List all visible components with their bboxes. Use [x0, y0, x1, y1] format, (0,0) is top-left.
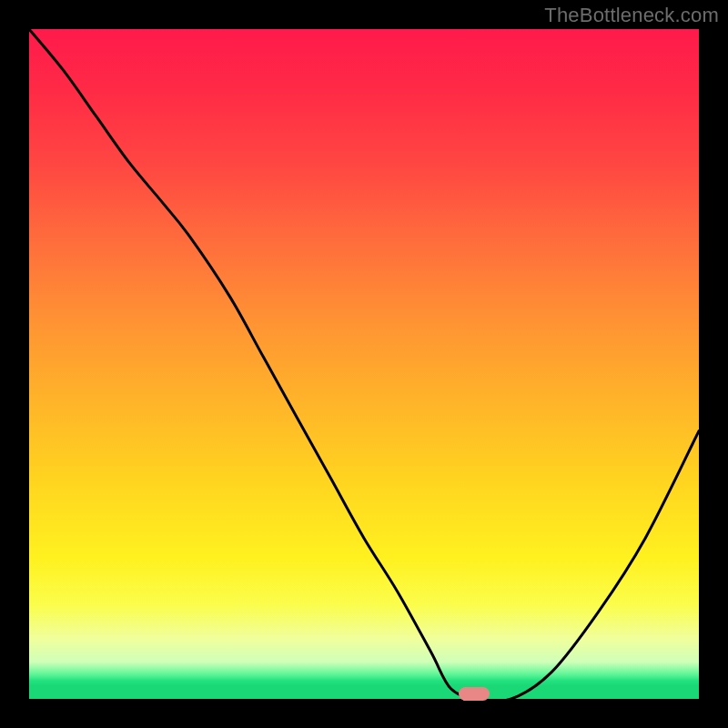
optimum-marker — [459, 687, 490, 701]
watermark-text: TheBottleneck.com — [544, 4, 719, 27]
chart-frame: TheBottleneck.com — [0, 0, 728, 728]
plot-area — [29, 29, 699, 699]
bottleneck-curve — [29, 29, 699, 699]
